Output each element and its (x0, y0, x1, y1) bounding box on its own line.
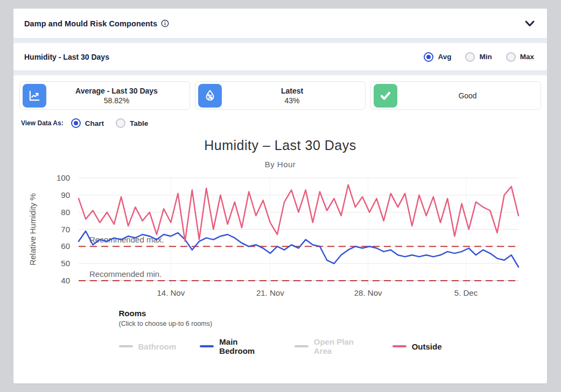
radio-table-circle[interactable] (116, 118, 125, 128)
accordion-header: Damp and Mould Risk Components (13, 9, 547, 38)
legend-dash (200, 345, 214, 347)
humidity-line-chart: 40506070809010014. Nov21. Nov28. Nov5. D… (19, 172, 541, 300)
legend-dash (294, 345, 308, 347)
legend-item-outside[interactable]: Outside (392, 342, 442, 351)
radio-min[interactable]: Min (465, 52, 492, 62)
metric-radio-group: Avg Min Max (424, 52, 534, 62)
trend-chart-icon (23, 84, 46, 108)
legend-items: Bathroom Main Bedroom Open Plan Area Out… (119, 337, 442, 355)
svg-text:5. Dec: 5. Dec (454, 288, 478, 297)
legend-label: Bathroom (138, 342, 177, 351)
svg-text:50: 50 (61, 259, 70, 268)
svg-text:40: 40 (61, 276, 70, 285)
metric-bar: Humidity - Last 30 Days Avg Min Max (13, 43, 547, 70)
accordion-title: Damp and Mould Risk Components (24, 19, 169, 28)
svg-text:Recommended min.: Recommended min. (89, 269, 162, 279)
stat-value: 58.82% (46, 96, 187, 105)
radio-chart-circle[interactable] (71, 118, 81, 128)
stat-text: Good (397, 91, 538, 100)
radio-avg-circle[interactable] (424, 52, 433, 62)
view-data-radio-group: Chart Table (71, 118, 149, 128)
radio-chart-label: Chart (85, 119, 104, 127)
stat-card-average: Average - Last 30 Days 58.82% (19, 81, 190, 110)
legend: Rooms (Click to choose up-to 6 rooms) Ba… (19, 309, 541, 355)
legend-label: Open Plan Area (314, 337, 369, 355)
stats-row: Average - Last 30 Days 58.82% Latest 43% (19, 81, 541, 110)
stat-card-latest: Latest 43% (195, 81, 366, 110)
chevron-down-icon[interactable] (524, 20, 535, 27)
status-text: Good (397, 91, 538, 100)
legend-item-bathroom[interactable]: Bathroom (119, 342, 177, 351)
stat-value: 43% (222, 96, 362, 105)
view-data-row: View Data As: Chart Table (21, 116, 541, 130)
radio-avg[interactable]: Avg (424, 52, 451, 62)
stat-card-status: Good (370, 81, 541, 110)
radio-min-label: Min (479, 53, 492, 61)
stat-text: Latest 43% (222, 87, 362, 105)
radio-avg-label: Avg (438, 53, 451, 61)
radio-max-circle[interactable] (506, 52, 516, 62)
legend-label: Main Bedroom (219, 337, 270, 355)
dashboard: Damp and Mould Risk Components Humidity … (13, 9, 547, 383)
accordion-title-text: Damp and Mould Risk Components (24, 19, 157, 28)
svg-text:14. Nov: 14. Nov (157, 288, 185, 297)
humidity-drop-icon (198, 84, 222, 108)
svg-text:28. Nov: 28. Nov (354, 288, 382, 297)
check-icon (374, 84, 397, 108)
legend-item-open-plan-area[interactable]: Open Plan Area (294, 337, 369, 355)
radio-min-circle[interactable] (465, 52, 475, 62)
radio-max-label: Max (520, 53, 534, 61)
legend-dash (119, 345, 133, 347)
svg-text:60: 60 (61, 241, 70, 251)
chart-title: Humidity – Last 30 Days (19, 138, 541, 153)
legend-dash (392, 345, 406, 347)
stat-title: Latest (222, 87, 362, 95)
chart-subtitle: By Hour (19, 160, 541, 169)
stat-title: Average - Last 30 Days (46, 87, 187, 95)
radio-table[interactable]: Table (116, 118, 148, 128)
view-data-label: View Data As: (21, 119, 64, 127)
svg-text:Relative Humidity %: Relative Humidity % (28, 193, 37, 265)
radio-max[interactable]: Max (506, 52, 534, 62)
svg-text:100: 100 (57, 173, 70, 182)
legend-subtitle: (Click to choose up-to 6 rooms) (119, 320, 442, 327)
legend-label: Outside (412, 342, 442, 351)
svg-text:70: 70 (61, 225, 70, 234)
stat-text: Average - Last 30 Days 58.82% (46, 87, 187, 105)
main-content: Average - Last 30 Days 58.82% Latest 43% (13, 75, 547, 383)
metric-bar-title: Humidity - Last 30 Days (24, 53, 109, 61)
legend-item-main-bedroom[interactable]: Main Bedroom (200, 337, 270, 355)
svg-text:80: 80 (61, 208, 70, 217)
radio-chart[interactable]: Chart (71, 118, 104, 128)
svg-text:21. Nov: 21. Nov (256, 288, 284, 297)
svg-text:90: 90 (61, 190, 70, 199)
legend-title: Rooms (119, 309, 442, 318)
info-icon[interactable] (161, 19, 169, 27)
radio-table-label: Table (130, 119, 148, 127)
